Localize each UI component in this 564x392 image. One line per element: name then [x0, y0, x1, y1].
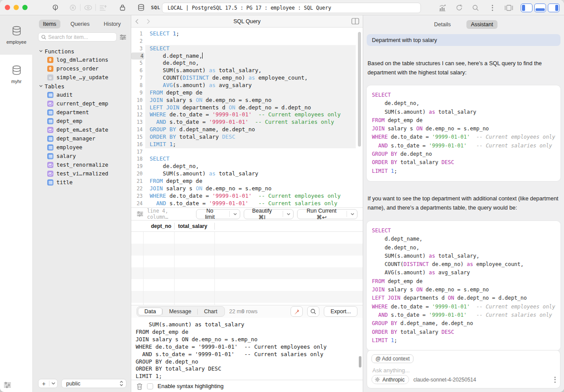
connection-employee[interactable]: employee: [0, 15, 33, 55]
table-row[interactable]: [131, 232, 363, 244]
editor-line-17[interactable]: 17: [131, 148, 363, 156]
provider-select[interactable]: Anthropic: [371, 375, 409, 384]
table-row[interactable]: [131, 256, 363, 267]
add-item-button[interactable]: +: [38, 379, 58, 388]
connection-title[interactable]: LOCAL | PostgreSQL 17.5 : PG 17 : employ…: [162, 3, 421, 13]
tree-item-employee[interactable]: employee: [39, 143, 129, 152]
close-window-button[interactable]: [5, 5, 10, 10]
search-results-button[interactable]: [307, 306, 319, 317]
column-header-total_salary[interactable]: total_salary: [178, 220, 207, 232]
close-tab-icon[interactable]: [65, 2, 80, 13]
editor-line-18[interactable]: 18SELECT: [131, 155, 363, 163]
assistant-code-block-2[interactable]: SELECT d.dept_name, de.dept_no, SUM(s.am…: [367, 221, 560, 350]
tab-history[interactable]: History: [100, 20, 125, 28]
tree-item-current_dept_emp[interactable]: current_dept_emp: [39, 99, 129, 108]
editor-line-13[interactable]: 13 AND s.to_date = '9999-01-01' -- Curre…: [131, 119, 363, 126]
editor-line-1[interactable]: 1SELECT 1;: [131, 30, 363, 38]
editor-line-3[interactable]: 3SELECT: [131, 45, 363, 52]
tree-item-salary[interactable]: salary: [39, 152, 129, 161]
tree-item-dept_emp[interactable]: dept_emp: [39, 117, 129, 126]
table-row[interactable]: [131, 291, 363, 303]
table-row[interactable]: [131, 267, 363, 279]
tree-item-simple_-y_update[interactable]: ⚙simple_…y_update: [39, 73, 129, 82]
more-options-icon[interactable]: [485, 3, 500, 13]
tree-section-functions[interactable]: Functions: [39, 47, 129, 56]
database-icon[interactable]: [133, 2, 148, 13]
tree-item-department[interactable]: department: [39, 108, 129, 117]
ask-input-placeholder[interactable]: Ask anything...: [372, 367, 410, 374]
assistant-code-block-1[interactable]: SELECT de.dept_no, SUM(s.amount) as tota…: [367, 85, 560, 181]
search-input[interactable]: Search for item...: [38, 32, 117, 42]
editor-line-6[interactable]: 6 SUM(s.amount) as total_salary,: [131, 67, 363, 74]
editor-line-10[interactable]: 10JOIN salary s ON de.emp_no = s.emp_no: [131, 97, 363, 104]
results-grid[interactable]: dept_nototal_salary: [131, 220, 363, 305]
toggle-bottom-panel-button[interactable]: [534, 4, 546, 12]
split-editor-icon[interactable]: [351, 18, 359, 24]
editor-line-15[interactable]: 15ORDER BY total_salary DESC: [131, 133, 363, 141]
column-header-dept_no[interactable]: dept_no: [151, 220, 172, 232]
zoom-window-button[interactable]: [22, 5, 28, 10]
tree-item-audit[interactable]: audit: [39, 91, 129, 99]
tree-item-title[interactable]: title: [39, 178, 129, 187]
chat-options-icon[interactable]: [554, 377, 556, 383]
beautify-dropdown[interactable]: Beautify ⌘I: [244, 209, 294, 219]
console-scrollbar[interactable]: [359, 356, 361, 368]
filter-icon[interactable]: [119, 34, 126, 40]
sql-editor[interactable]: 1SELECT 1;23SELECT4 d.dept_name,5 de.dep…: [131, 28, 363, 207]
search-icon[interactable]: [468, 3, 483, 13]
refresh-icon[interactable]: [452, 3, 466, 13]
tree-section-tables[interactable]: Tables: [39, 82, 129, 91]
results-tab-chart[interactable]: Chart: [198, 308, 224, 315]
editor-line-12[interactable]: 12WHERE de.to_date = '9999-01-01' -- Cur…: [131, 111, 363, 119]
center-layout-icon[interactable]: [501, 3, 516, 13]
editor-settings-icon[interactable]: [137, 211, 144, 217]
editor-line-9[interactable]: 9FROM dept_emp de: [131, 89, 363, 97]
tab-queries[interactable]: Queries: [67, 20, 94, 28]
chart-icon[interactable]: [435, 3, 450, 13]
pin-results-button[interactable]: [291, 306, 303, 317]
editor-scrollbar[interactable]: [358, 32, 361, 147]
toggle-right-panel-button[interactable]: [548, 4, 560, 12]
editor-line-11[interactable]: 11LEFT JOIN departments d ON de.dept_no …: [131, 104, 363, 112]
toggle-left-panel-button[interactable]: [521, 4, 532, 12]
editor-line-23[interactable]: 23WHERE de.to_date = '9999-01-01' -- Cur…: [131, 192, 363, 200]
lock-icon[interactable]: [115, 2, 130, 13]
editor-line-19[interactable]: 19 de.dept_no,: [131, 163, 363, 170]
tree-item-log_dml-erations[interactable]: 0log_dml…erations: [39, 56, 129, 64]
schema-select[interactable]: public: [61, 379, 126, 388]
export-button[interactable]: Export...: [324, 306, 357, 317]
table-row[interactable]: [131, 244, 363, 256]
tab-assistant[interactable]: Assistant: [466, 20, 497, 29]
editor-line-22[interactable]: 22JOIN salary s ON de.emp_no = s.emp_no: [131, 185, 363, 192]
editor-line-8[interactable]: 8 AVG(s.amount) as avg_salary: [131, 82, 363, 89]
tree-item-dept_manager[interactable]: dept_manager: [39, 134, 129, 143]
table-row[interactable]: [131, 279, 363, 291]
trash-icon[interactable]: [137, 383, 143, 390]
results-tab-message[interactable]: Message: [163, 308, 197, 315]
editor-line-7[interactable]: 7 COUNT(DISTINCT de.emp_no) as employee_…: [131, 74, 363, 82]
editor-line-16[interactable]: 16LIMIT 1;: [131, 141, 363, 148]
editor-tab-title[interactable]: SQL Query: [131, 18, 363, 24]
results-tab-data[interactable]: Data: [138, 308, 162, 315]
message-console[interactable]: SUM(s.amount) as total_salaryFROM dept_e…: [131, 318, 363, 380]
connection-myhr[interactable]: myhr: [0, 55, 33, 94]
editor-line-4[interactable]: 4 d.dept_name,: [131, 52, 363, 60]
assistant-input-card[interactable]: @ Add context Ask anything... Anthropic …: [367, 350, 560, 388]
editor-line-2[interactable]: 2: [131, 38, 363, 45]
tab-details[interactable]: Details: [430, 20, 455, 29]
tree-item-process_order[interactable]: 0process_order: [39, 64, 129, 73]
minimize-window-button[interactable]: [14, 5, 19, 10]
syntax-highlighting-checkbox[interactable]: [147, 383, 153, 389]
editor-line-21[interactable]: 21FROM dept_emp de: [131, 178, 363, 185]
editor-line-5[interactable]: 5 de.dept_no,: [131, 60, 363, 67]
limit-dropdown[interactable]: No limit: [196, 209, 240, 219]
editor-line-24[interactable]: 24 AND s.to_date = '9999-01-01' -- Curre…: [131, 200, 363, 207]
pin-connection-icon[interactable]: [48, 2, 63, 13]
tree-item-dept_em-est_date[interactable]: dept_em…est_date: [39, 126, 129, 134]
preview-eye-icon[interactable]: [81, 2, 95, 13]
commit-list-icon[interactable]: [96, 2, 111, 13]
sidebar-settings-icon[interactable]: [4, 382, 11, 388]
tree-item-test_renormalize[interactable]: test_renormalize: [39, 161, 129, 169]
tab-items[interactable]: Items: [39, 20, 60, 28]
add-context-chip[interactable]: @ Add context: [371, 354, 413, 363]
